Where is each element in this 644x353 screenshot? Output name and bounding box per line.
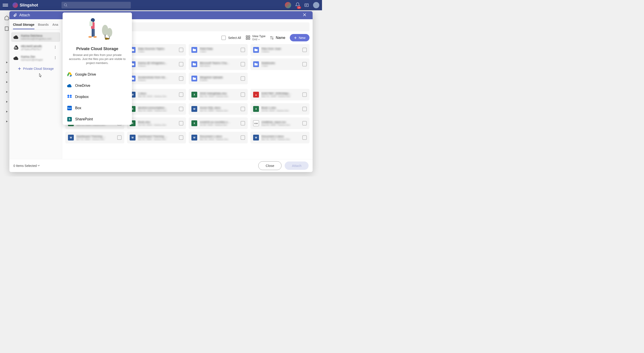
tree-caret-icon[interactable]	[6, 90, 8, 93]
folder-card[interactable]: Notebooks1 item	[250, 58, 310, 70]
folder-card[interactable]: Field Data1 item	[189, 44, 248, 56]
file-checkbox[interactable]	[179, 92, 183, 97]
file-checkbox[interactable]	[302, 107, 307, 111]
file-checkbox[interactable]	[302, 135, 307, 140]
file-card[interactable]: WDashboard Theming ...Apr 01, 2020 - Kar…	[127, 132, 186, 143]
file-checkbox[interactable]	[302, 92, 307, 97]
file-checkbox[interactable]	[240, 92, 245, 97]
tree-caret-icon[interactable]	[6, 60, 8, 63]
file-card[interactable]: Xcovid19-us-counties.x...Jul 08, 2020 - …	[189, 117, 248, 129]
folder-card[interactable]: Microsoft Teams Cha...540 items	[189, 58, 248, 70]
app-logo[interactable]: Slingshot	[12, 3, 38, 8]
account-more-button[interactable]	[54, 46, 58, 50]
user-avatar-secondary[interactable]	[285, 2, 291, 8]
select-all-checkbox[interactable]	[222, 36, 226, 40]
tree-caret-icon[interactable]	[6, 100, 8, 103]
file-card[interactable]: ▲61827907_E0918dpc...May 31, 2020 - Kari…	[250, 89, 310, 100]
select-all-control[interactable]: Select All	[222, 36, 241, 40]
modal-title: Attach	[19, 13, 30, 18]
folder-card[interactable]: Files from Juan2 items	[250, 44, 310, 56]
provider-onedrive[interactable]: OneDrive	[62, 80, 132, 91]
provider-sharepoint[interactable]: S SharePoint	[62, 114, 132, 125]
provider-box[interactable]: box Box	[62, 103, 132, 114]
file-card[interactable]: Xalcohol-consumption...Sep 24, 2020 - Ka…	[127, 103, 186, 115]
file-checkbox[interactable]	[179, 121, 183, 126]
tree-caret-icon[interactable]	[6, 80, 8, 83]
building-icon[interactable]	[4, 26, 10, 32]
file-checkbox[interactable]	[179, 48, 183, 52]
provider-google-drive[interactable]: Google Drive	[62, 69, 132, 80]
file-card[interactable]: WDashboard Theming ...Apr 15, 2020 - Kar…	[65, 132, 124, 143]
folder-icon	[192, 61, 197, 67]
cloud-account-item[interactable]: kfb14e0Calmdfcaf7daAuvPNdTkc7	[11, 43, 60, 52]
selected-count-label[interactable]: 0 Items Selected	[14, 164, 40, 168]
tree-caret-icon[interactable]	[6, 119, 8, 122]
tree-caret-icon[interactable]	[6, 70, 8, 73]
file-checkbox[interactable]	[240, 76, 245, 81]
provider-label: OneDrive	[75, 84, 90, 88]
attach-button[interactable]: Attach	[285, 162, 308, 170]
tab-boards[interactable]: Boards	[38, 23, 49, 29]
account-more-button[interactable]	[54, 56, 58, 60]
file-checkbox[interactable]	[179, 62, 183, 67]
sort-control[interactable]: Name	[270, 36, 285, 40]
file-checkbox[interactable]	[240, 62, 245, 67]
svg-rect-20	[246, 38, 248, 39]
close-icon	[302, 13, 307, 17]
file-checkbox[interactable]	[240, 48, 245, 52]
close-modal-button[interactable]	[302, 13, 309, 18]
tab-analytics[interactable]: Analytics	[52, 23, 58, 29]
chevron-down-icon	[258, 39, 260, 40]
csv-icon: csv	[253, 120, 259, 126]
provider-dropbox[interactable]: Dropbox	[62, 91, 132, 103]
new-button[interactable]: New	[290, 34, 310, 41]
folder-icon	[253, 61, 259, 67]
svg-line-1	[66, 6, 67, 7]
view-type-control[interactable]: View Type Grid	[246, 35, 266, 41]
file-card[interactable]: W1.docxMar 30, 2019 - Karina Zen	[127, 89, 186, 100]
file-checkbox[interactable]	[179, 135, 183, 140]
folder-card[interactable]: Data Sources Topics1 item	[127, 44, 186, 56]
cloud-account-item[interactable]: Karina Delchevakdelcheva@infragistics.co…	[11, 32, 60, 42]
notifications-button[interactable]: 14	[295, 2, 300, 8]
user-avatar[interactable]	[313, 2, 319, 8]
cloud-account-item[interactable]: Karina Zenkarinazen@infragist	[11, 53, 60, 63]
svg-rect-21	[248, 38, 250, 39]
global-search-input[interactable]	[62, 2, 131, 9]
add-private-cloud-storage-button[interactable]: Private Cloud Storage	[11, 65, 60, 73]
file-card[interactable]: csvcreditrisk_input.csvAug 03, 2020 - Ka…	[250, 117, 310, 129]
file-checkbox[interactable]	[117, 135, 122, 140]
file-checkbox[interactable]	[302, 121, 307, 126]
file-checkbox[interactable]	[302, 48, 307, 52]
file-card[interactable]: WDocument 2.docxMar 26, 2019 - Karina Ze…	[250, 132, 310, 143]
file-checkbox[interactable]	[302, 62, 307, 67]
file-checkbox[interactable]	[179, 76, 183, 81]
svg-rect-18	[246, 36, 248, 37]
file-card[interactable]: X2016 VotingData.xlsxMar 26, 2020 - Kari…	[189, 89, 248, 100]
tab-cloud-storage[interactable]: Cloud Storage	[13, 23, 34, 29]
folder-card[interactable]: Slingshot Uploads6 items	[189, 73, 248, 84]
file-card[interactable]: XBook 1.xlsxJul 03, 2019 - Karina Zen	[250, 103, 310, 115]
file-checkbox[interactable]	[240, 107, 245, 111]
messages-icon[interactable]	[304, 3, 309, 8]
popover-description: Browse and pin files from your private a…	[62, 52, 132, 69]
hamburger-menu-icon[interactable]	[3, 3, 8, 7]
file-checkbox[interactable]	[240, 121, 245, 126]
file-card[interactable]: WDocument 1.docxMar 26, 2019 - Karina Ze…	[189, 132, 248, 143]
provider-label: SharePoint	[75, 117, 93, 121]
folder-card[interactable]: Karina @ Infragistics...6 items	[127, 58, 186, 70]
grid-icon	[246, 35, 250, 40]
svg-rect-26	[105, 35, 106, 38]
tree-caret-icon[interactable]	[6, 110, 8, 112]
add-storage-label: Private Cloud Storage	[23, 67, 54, 71]
file-card[interactable]: WAzure SQL.docxJan 31, 2020 - Karina Zen	[189, 103, 248, 115]
close-button[interactable]: Close	[258, 161, 282, 170]
home-icon[interactable]	[4, 15, 10, 21]
word-icon: W	[68, 135, 74, 141]
folder-card[interactable]: Screenshots from Ad...4 items	[127, 73, 186, 84]
file-card[interactable]: XBook.xlsxJun 03, 2019 - Karina Zen	[127, 117, 186, 129]
file-checkbox[interactable]	[240, 135, 245, 140]
svg-rect-2	[305, 4, 308, 7]
modal-header: Attach	[10, 11, 312, 19]
file-checkbox[interactable]	[179, 107, 183, 111]
